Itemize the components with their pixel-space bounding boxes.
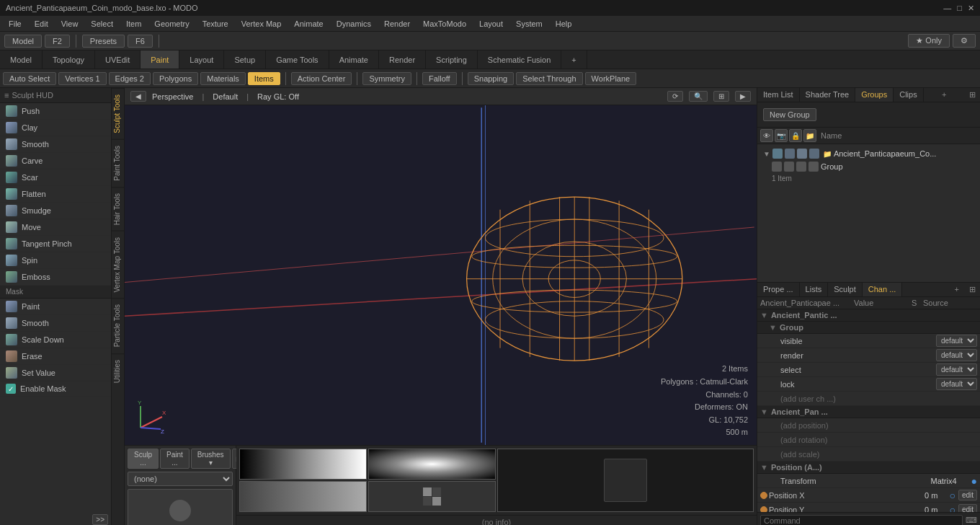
list-item-count[interactable]: 1 Item (769, 173, 977, 184)
items-button[interactable]: Items (248, 72, 280, 85)
tab-render[interactable]: Render (379, 50, 426, 69)
rb-tab-chan[interactable]: Chan ... (863, 283, 903, 296)
f6-button[interactable]: F6 (128, 35, 153, 48)
tab-uvedit[interactable]: UVEdit (95, 50, 141, 69)
pos-x-edit-button[interactable]: edit (958, 490, 977, 500)
f2-button[interactable]: F2 (45, 35, 70, 48)
pos-y-edit-button[interactable]: edit (958, 504, 977, 512)
menu-item-render[interactable]: Render (378, 18, 416, 30)
menu-item-select[interactable]: Select (85, 18, 119, 30)
tab-model[interactable]: Model (0, 50, 43, 69)
enable-mask-checkbox[interactable]: ✓ (6, 384, 16, 394)
rb-expand[interactable]: ⊞ (965, 283, 980, 296)
tab-topology[interactable]: Topology (43, 50, 95, 69)
prop-lock-dropdown[interactable]: default (936, 378, 977, 390)
side-tab-vertex-map-tools[interactable]: Vertex Map Tools (112, 231, 124, 299)
expand-panel-button[interactable]: >> (92, 514, 108, 525)
rt-tab-shader-tree[interactable]: Shader Tree (800, 88, 856, 102)
menu-item-animate[interactable]: Animate (288, 18, 329, 30)
brush-select[interactable]: (none) (128, 472, 233, 486)
list-item-root[interactable]: ▼ 📁 Ancient_Panticapaeum_Co... (760, 147, 977, 160)
tool-erase[interactable]: Erase (0, 348, 111, 365)
side-tab-sculpt-tools[interactable]: Sculpt Tools (112, 88, 124, 139)
menu-item-system[interactable]: System (510, 18, 548, 30)
model-button[interactable]: Model (4, 35, 42, 48)
workplane-button[interactable]: WorkPlane (585, 72, 637, 85)
render-icon[interactable]: 📷 (775, 129, 788, 142)
tool-flatten[interactable]: Flatten (0, 186, 111, 203)
tab-paint[interactable]: Paint (141, 50, 179, 69)
rb-plus[interactable]: + (950, 283, 963, 296)
rt-tab-plus[interactable]: + (937, 88, 950, 102)
prop-select-dropdown[interactable]: default (936, 363, 977, 376)
rb-tab-props[interactable]: Prope ... (757, 283, 800, 296)
tab-scripting[interactable]: Scripting (426, 50, 478, 69)
maximize-button[interactable]: □ (957, 4, 962, 13)
rt-tab-clips[interactable]: Clips (894, 88, 923, 102)
tool-smudge[interactable]: Smudge (0, 203, 111, 219)
rt-tab-groups[interactable]: Groups (855, 88, 894, 102)
prop-render-dropdown[interactable]: default (936, 349, 977, 361)
lock-icon[interactable]: 🔒 (789, 129, 802, 142)
side-tab-hair-tools[interactable]: Hair Tools (112, 187, 124, 231)
menu-item-view[interactable]: View (55, 18, 84, 30)
side-tab-utilities[interactable]: Utilities (112, 353, 124, 389)
command-icon[interactable]: ⌨ (966, 516, 977, 525)
menu-item-maxtomodo[interactable]: MaxToModo (417, 18, 472, 30)
tool-mask-smooth[interactable]: Smooth (0, 315, 111, 332)
rt-tab-item-list[interactable]: Item List (757, 88, 800, 102)
edges-button[interactable]: Edges 2 (109, 72, 151, 85)
tab-add[interactable]: + (561, 50, 587, 69)
tool-move[interactable]: Move (0, 219, 111, 236)
tool-enable-mask[interactable]: ✓ Enable Mask (0, 381, 111, 397)
star-only-button[interactable]: ★ Only (908, 34, 950, 48)
bottom-tab-paint[interactable]: Paint ... (160, 449, 190, 469)
vp-icon4[interactable]: ▶ (735, 91, 751, 102)
prop-visible-dropdown[interactable]: default (936, 335, 977, 347)
rb-tab-lists[interactable]: Lists (800, 283, 829, 296)
tool-clay[interactable]: Clay (0, 120, 111, 136)
bottom-tab-brushes[interactable]: Brushes ▾ (191, 449, 231, 469)
tool-push[interactable]: Push (0, 103, 111, 120)
folder-icon[interactable]: 📁 (803, 129, 816, 142)
menu-item-texture[interactable]: Texture (197, 18, 234, 30)
falloff-button[interactable]: Falloff (422, 72, 457, 85)
close-button[interactable]: ✕ (968, 4, 974, 13)
command-input[interactable] (760, 515, 963, 526)
vis-icon[interactable]: 👁 (760, 129, 773, 142)
select-through-button[interactable]: Select Through (516, 72, 582, 85)
tab-layout[interactable]: Layout (179, 50, 224, 69)
minimize-button[interactable]: — (943, 4, 951, 13)
vp-icon3[interactable]: ⊞ (713, 91, 729, 102)
new-group-button[interactable]: New Group (763, 108, 816, 121)
menu-item-file[interactable]: File (3, 18, 27, 30)
tool-tangent-pinch[interactable]: Tangent Pinch (0, 236, 111, 252)
tool-emboss[interactable]: Emboss (0, 269, 111, 286)
gear-button[interactable]: ⚙ (953, 34, 976, 48)
vertices-button[interactable]: Vertices 1 (58, 72, 106, 85)
menu-item-vertex-map[interactable]: Vertex Map (236, 18, 288, 30)
tool-set-value[interactable]: Set Value (0, 365, 111, 381)
rb-tab-sculpt[interactable]: Sculpt (828, 283, 863, 296)
side-tab-particle-tools[interactable]: Particle Tools (112, 298, 124, 353)
tool-scale-down[interactable]: Scale Down (0, 332, 111, 348)
menu-item-edit[interactable]: Edit (29, 18, 54, 30)
snapping-button[interactable]: Snapping (468, 72, 514, 85)
menu-item-geometry[interactable]: Geometry (148, 18, 195, 30)
action-center-button[interactable]: Action Center (291, 72, 352, 85)
bottom-tab-sculpt[interactable]: Sculp ... (128, 449, 159, 469)
vp-icon2[interactable]: 🔍 (689, 91, 708, 102)
viewport-canvas[interactable]: 2 Items Polygons : Catmull-Clark Channel… (125, 105, 757, 445)
presets-button[interactable]: Presets (82, 35, 125, 48)
viewport-back-button[interactable]: ◀ (130, 91, 146, 102)
menu-item-dynamics[interactable]: Dynamics (331, 18, 377, 30)
materials-button[interactable]: Materials (200, 72, 246, 85)
menu-item-item[interactable]: Item (120, 18, 147, 30)
list-item-group[interactable]: Group (769, 160, 977, 173)
tool-smooth[interactable]: Smooth (0, 136, 111, 153)
rt-expand[interactable]: ⊞ (965, 88, 980, 102)
menu-item-layout[interactable]: Layout (473, 18, 509, 30)
tool-carve[interactable]: Carve (0, 153, 111, 169)
tab-setup[interactable]: Setup (224, 50, 266, 69)
tool-scar[interactable]: Scar (0, 169, 111, 186)
